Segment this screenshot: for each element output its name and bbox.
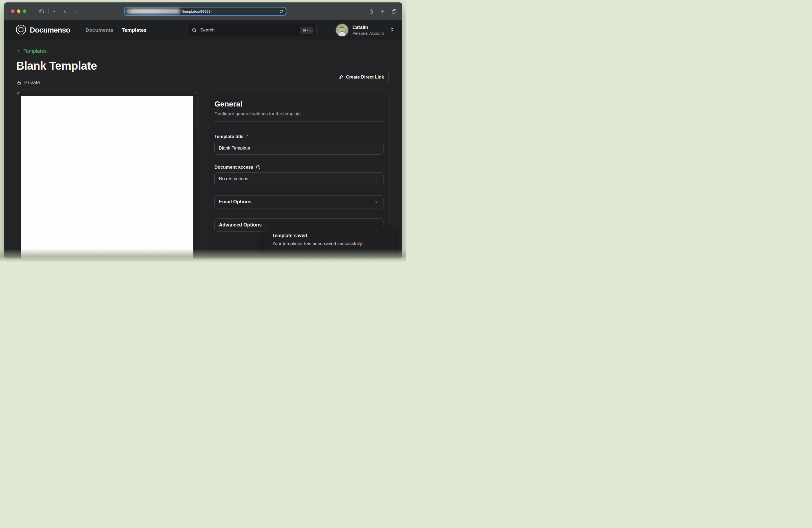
create-direct-link-label: Create Direct Link xyxy=(346,74,384,79)
avatar xyxy=(335,24,349,37)
email-options-label: Email Options xyxy=(219,199,251,205)
chevron-down-icon xyxy=(375,177,379,181)
document-page xyxy=(21,96,193,259)
chevron-down-icon xyxy=(375,200,379,204)
tab-overview-icon[interactable] xyxy=(392,9,397,14)
search-placeholder: Search xyxy=(200,27,215,33)
toast-title: Template saved xyxy=(272,233,387,238)
document-preview-inner xyxy=(17,92,197,259)
tab-group-chevron-icon[interactable] xyxy=(53,10,56,13)
app-header: Documenso Documents Templates Search ⌘+K xyxy=(4,20,402,40)
breadcrumb-back-link[interactable]: Templates xyxy=(17,48,47,54)
info-icon[interactable] xyxy=(256,165,261,170)
create-direct-link-button[interactable]: Create Direct Link xyxy=(334,71,389,83)
share-icon[interactable] xyxy=(369,9,374,14)
top-navigation: Documents Templates xyxy=(86,27,147,33)
required-asterisk: * xyxy=(246,134,248,139)
back-button-icon[interactable] xyxy=(63,9,67,14)
advanced-options-label: Advanced Options xyxy=(219,222,262,228)
template-title-input[interactable] xyxy=(214,142,383,155)
search-icon xyxy=(192,28,197,33)
toast-notification: Template saved Your templates has been s… xyxy=(264,226,395,258)
text-caret xyxy=(211,9,212,13)
brand-name: Documenso xyxy=(30,26,70,34)
document-preview-card xyxy=(17,92,198,259)
account-name: Catalin xyxy=(352,25,384,30)
close-window-button[interactable] xyxy=(11,10,15,13)
email-options-toggle[interactable]: Email Options xyxy=(214,195,383,208)
search-shortcut-badge: ⌘+K xyxy=(300,27,314,34)
sidebar-toggle-icon[interactable] xyxy=(39,9,45,14)
panel-title: General xyxy=(214,100,383,108)
account-menu[interactable]: Catalin Personal Account xyxy=(335,24,394,37)
account-expand-icon xyxy=(390,27,394,33)
visibility-status: Private xyxy=(17,79,40,86)
reload-icon[interactable] xyxy=(279,10,283,13)
forward-button-icon[interactable] xyxy=(74,9,78,14)
panel-description: Configure general settings for the templ… xyxy=(214,111,383,117)
document-access-label: Document access xyxy=(214,165,383,170)
step-indicator: Step 1 of 3 xyxy=(214,258,237,259)
nav-documents[interactable]: Documents xyxy=(86,27,113,33)
address-bar[interactable]: /templates/99999 xyxy=(124,7,287,16)
search-input[interactable]: Search ⌘+K xyxy=(187,24,317,36)
toast-message: Your templates has been saved successful… xyxy=(272,241,387,246)
link-icon xyxy=(338,75,343,79)
documenso-logo-icon xyxy=(16,24,26,36)
visibility-label: Private xyxy=(24,79,40,86)
document-access-select[interactable]: No restrictions xyxy=(214,172,383,185)
nav-templates[interactable]: Templates xyxy=(122,27,147,33)
url-path-text: /templates/99999 xyxy=(182,9,212,13)
brand[interactable]: Documenso xyxy=(16,24,70,36)
account-type: Personal Account xyxy=(352,31,384,36)
new-tab-icon[interactable] xyxy=(380,9,385,14)
browser-titlebar: /templates/99999 xyxy=(4,2,402,20)
document-access-value: No restrictions xyxy=(219,176,248,181)
toolbar-divider xyxy=(48,8,49,14)
minimize-window-button[interactable] xyxy=(17,10,20,13)
zoom-window-button[interactable] xyxy=(23,10,26,13)
page-title: Blank Template xyxy=(16,59,97,72)
chevron-left-icon xyxy=(17,49,20,54)
blurred-domain xyxy=(126,9,180,14)
lock-icon xyxy=(17,80,21,85)
breadcrumb-label: Templates xyxy=(24,48,47,54)
template-title-label: Template title* xyxy=(214,134,383,139)
browser-window: /templates/99999 xyxy=(4,2,402,259)
traffic-lights xyxy=(11,10,26,13)
